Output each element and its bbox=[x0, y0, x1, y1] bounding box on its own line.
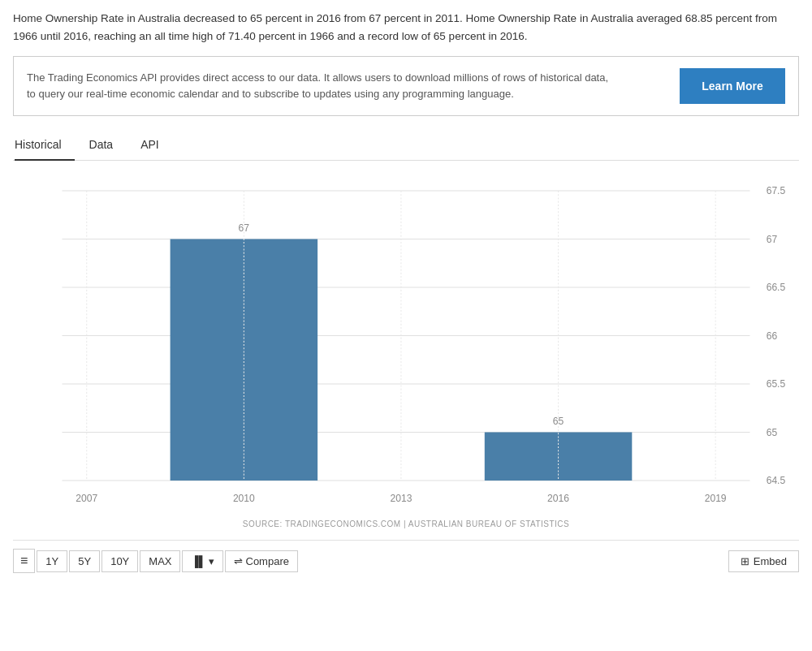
svg-text:67: 67 bbox=[767, 234, 778, 245]
svg-text:66.5: 66.5 bbox=[767, 282, 786, 293]
tab-api[interactable]: API bbox=[140, 131, 172, 161]
period-5y-button[interactable]: 5Y bbox=[69, 550, 100, 572]
svg-text:65.5: 65.5 bbox=[767, 378, 786, 390]
period-max-button[interactable]: MAX bbox=[140, 550, 180, 572]
chart-area: 67.5 67 66.5 66 65.5 65 64.5 2007 2010 2… bbox=[13, 174, 799, 515]
compare-button[interactable]: ⇌ Compare bbox=[225, 550, 298, 572]
embed-icon: ⊞ bbox=[741, 555, 749, 567]
bar-2016 bbox=[485, 433, 633, 481]
toolbar-left: ≡ 1Y 5Y 10Y MAX ▐▌ ▾ ⇌ Compare bbox=[13, 549, 728, 573]
svg-text:2010: 2010 bbox=[233, 493, 255, 504]
table-view-button[interactable]: ≡ bbox=[13, 549, 35, 573]
toolbar-right: ⊞ Embed bbox=[728, 550, 799, 572]
api-banner: The Trading Economics API provides direc… bbox=[13, 56, 799, 116]
learn-more-button[interactable]: Learn More bbox=[680, 68, 785, 104]
tab-historical[interactable]: Historical bbox=[15, 131, 75, 161]
svg-text:64.5: 64.5 bbox=[767, 475, 786, 486]
chart-source: SOURCE: TRADINGECONOMICS.COM | AUSTRALIA… bbox=[13, 520, 799, 528]
embed-button[interactable]: ⊞ Embed bbox=[728, 550, 799, 572]
embed-label: Embed bbox=[754, 555, 787, 567]
tabs-container: Historical Data API bbox=[13, 131, 799, 161]
toolbar: ≡ 1Y 5Y 10Y MAX ▐▌ ▾ ⇌ Compare ⊞ Embed bbox=[13, 540, 799, 573]
chart-type-chevron: ▾ bbox=[209, 555, 214, 567]
svg-text:2007: 2007 bbox=[76, 493, 97, 504]
svg-text:66: 66 bbox=[767, 330, 778, 342]
chart-type-button[interactable]: ▐▌ ▾ bbox=[182, 550, 222, 572]
bar-chart: 67.5 67 66.5 66 65.5 65 64.5 2007 2010 2… bbox=[13, 174, 799, 515]
api-banner-text: The Trading Economics API provides direc… bbox=[27, 70, 611, 102]
chart-type-icon: ▐▌ bbox=[191, 555, 205, 567]
svg-text:2019: 2019 bbox=[705, 493, 727, 504]
period-1y-button[interactable]: 1Y bbox=[37, 550, 67, 572]
tab-data[interactable]: Data bbox=[89, 131, 127, 161]
svg-text:2013: 2013 bbox=[390, 493, 412, 504]
period-10y-button[interactable]: 10Y bbox=[102, 550, 138, 572]
description-text: Home Ownership Rate in Australia decreas… bbox=[13, 10, 799, 45]
svg-text:65: 65 bbox=[767, 427, 778, 438]
svg-text:2016: 2016 bbox=[547, 493, 569, 504]
svg-text:67.5: 67.5 bbox=[767, 185, 786, 196]
